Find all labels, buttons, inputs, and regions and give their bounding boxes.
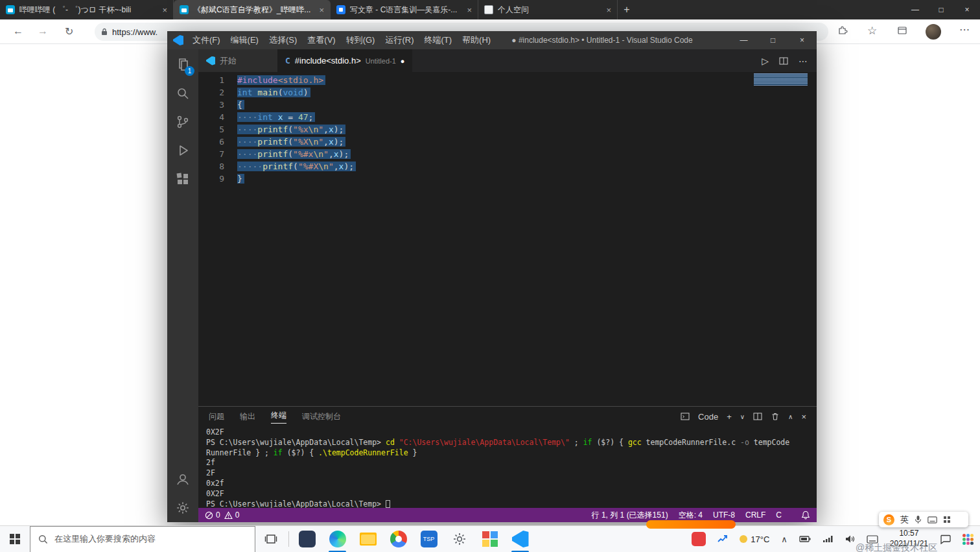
taskbar-vscode[interactable]	[505, 526, 535, 552]
widgets-grid-icon[interactable]	[962, 534, 974, 545]
panel-tab-output[interactable]: 输出	[240, 411, 255, 422]
menu-item[interactable]: 查看(V)	[302, 34, 340, 46]
ime-tools-icon[interactable]	[943, 516, 951, 523]
code-line[interactable]: 8·····printf("%#X\n",x);	[198, 160, 356, 172]
extensions-puzzle-icon[interactable]	[837, 25, 848, 35]
run-code-icon[interactable]: ▷	[762, 56, 769, 66]
minimap[interactable]	[754, 73, 808, 86]
warnings-indicator[interactable]: 0	[224, 510, 240, 520]
ime-language-mode[interactable]: 英	[900, 514, 909, 525]
performance-chart-icon[interactable]	[718, 534, 728, 544]
vscode-close-button[interactable]: ×	[788, 31, 817, 49]
weather-widget[interactable]: 17°C	[740, 534, 769, 544]
menu-item[interactable]: 选择(S)	[264, 34, 302, 46]
tab-close-icon[interactable]: ×	[162, 5, 167, 15]
terminal-dropdown-icon[interactable]: ∨	[740, 413, 745, 420]
menu-item[interactable]: 文件(F)	[187, 34, 226, 46]
settings-gear-icon[interactable]	[174, 499, 192, 517]
volume-icon[interactable]	[845, 534, 855, 544]
panel-tab-debug-console[interactable]: 调试控制台	[302, 411, 341, 422]
editor-more-icon[interactable]: ⋯	[799, 56, 808, 66]
tab-close-icon[interactable]: ×	[319, 5, 324, 15]
split-terminal-icon[interactable]	[753, 412, 762, 421]
taskbar-app-1[interactable]	[292, 526, 322, 552]
network-icon[interactable]	[822, 535, 833, 543]
hidden-icons-chevron[interactable]: ∧	[781, 534, 788, 544]
code-line[interactable]: 5····printf("%x\n",x);	[198, 123, 356, 135]
terminal-profile-name[interactable]: Code	[698, 412, 718, 422]
ime-toolbar[interactable]: S 英	[879, 512, 968, 527]
taskbar-settings[interactable]	[444, 526, 474, 552]
language-mode[interactable]: C	[776, 510, 782, 520]
browser-tab-video[interactable]: 《郝斌C语言自学教程》_哔哩哔... ×	[174, 0, 331, 19]
code-line[interactable]: 2int main(void)	[198, 86, 356, 98]
tray-app-icon[interactable]	[692, 532, 706, 546]
forward-icon[interactable]: →	[38, 25, 48, 37]
indentation-setting[interactable]: 空格: 4	[679, 510, 703, 521]
profile-avatar[interactable]	[926, 24, 941, 40]
new-tab-button[interactable]: +	[618, 0, 636, 19]
editor-area[interactable]: 1#include<stdio.h>2int main(void)3{4····…	[198, 72, 817, 406]
split-editor-icon[interactable]	[779, 56, 788, 66]
browser-maximize-button[interactable]: □	[928, 0, 954, 19]
browser-tab-write-article[interactable]: 写文章 - C语言集训—吴嘉乐-... ×	[331, 0, 478, 19]
action-center-icon[interactable]	[940, 534, 951, 544]
close-panel-icon[interactable]: ×	[801, 412, 806, 422]
browser-close-button[interactable]: ×	[954, 0, 980, 19]
notifications-bell-icon[interactable]	[801, 510, 810, 520]
code-line[interactable]: 4····int x = 47;	[198, 110, 356, 123]
new-terminal-icon[interactable]: +	[727, 412, 732, 422]
browser-more-icon[interactable]: ⋯	[959, 23, 970, 36]
eol-setting[interactable]: CRLF	[745, 510, 765, 520]
taskbar-file-explorer[interactable]	[353, 526, 383, 552]
battery-icon[interactable]	[799, 535, 811, 543]
refresh-icon[interactable]: ↻	[65, 25, 73, 38]
browser-minimize-button[interactable]: —	[902, 0, 928, 19]
explorer-icon[interactable]: 1	[174, 56, 192, 74]
browser-tab-bilibili-home[interactable]: 哔哩哔哩 ( ゜- ゜)つロ 干杯~-bili ×	[0, 0, 174, 19]
cursor-position[interactable]: 行 1, 列 1 (已选择151)	[592, 510, 668, 521]
taskbar-app-2[interactable]	[474, 526, 505, 552]
browser-tab-personal-space[interactable]: 个人空间 ×	[478, 0, 618, 19]
menu-item[interactable]: 转到(G)	[341, 34, 380, 46]
taskbar-search-box[interactable]: 在这里输入你要搜索的内容	[30, 526, 255, 552]
menu-item[interactable]: 运行(R)	[380, 34, 419, 46]
tab-close-icon[interactable]: ×	[467, 5, 472, 15]
code-line[interactable]: 9}	[198, 172, 356, 184]
collections-icon[interactable]	[897, 25, 907, 35]
run-debug-icon[interactable]	[174, 141, 192, 160]
kill-terminal-trash-icon[interactable]	[771, 412, 780, 421]
back-icon[interactable]: ←	[13, 25, 23, 37]
extensions-icon[interactable]	[174, 170, 192, 188]
menu-item[interactable]: 编辑(E)	[226, 34, 264, 46]
code-line[interactable]: 7····printf("%#x\n",x);	[198, 147, 356, 160]
tab-untitled-file[interactable]: C #include<stdio.h> Untitled-1 ●	[277, 49, 412, 72]
encoding-setting[interactable]: UTF-8	[713, 510, 735, 520]
terminal-output[interactable]: 0X2FPS C:\Users\wujiale\AppData\Local\Te…	[198, 426, 817, 509]
vscode-maximize-button[interactable]: □	[758, 31, 788, 49]
errors-indicator[interactable]: 0	[205, 510, 220, 520]
vscode-minimize-button[interactable]: —	[729, 31, 758, 49]
search-icon[interactable]	[174, 84, 192, 102]
taskbar-app-tsp[interactable]: TSP	[414, 526, 444, 552]
taskbar-browser-2[interactable]	[383, 526, 414, 552]
panel-tab-problems[interactable]: 问题	[209, 411, 224, 422]
start-button[interactable]	[0, 526, 30, 552]
favorites-star-icon[interactable]: ☆	[867, 24, 877, 38]
taskbar-edge[interactable]	[322, 526, 353, 552]
ime-keyboard-icon[interactable]	[928, 516, 937, 523]
maximize-panel-icon[interactable]: ∧	[788, 413, 793, 420]
account-icon[interactable]	[174, 470, 192, 488]
code-line[interactable]: 1#include<stdio.h>	[198, 73, 356, 86]
source-control-icon[interactable]	[174, 113, 192, 131]
vscode-titlebar[interactable]: 文件(F)编辑(E)选择(S)查看(V)转到(G)运行(R)终端(T)帮助(H)…	[167, 31, 817, 49]
code-line[interactable]: 6····printf("%X\n",x);	[198, 135, 356, 147]
menu-item[interactable]: 终端(T)	[419, 34, 457, 46]
panel-tab-terminal[interactable]: 终端	[271, 410, 286, 424]
tab-close-icon[interactable]: ×	[606, 5, 611, 15]
tab-welcome[interactable]: 开始	[198, 49, 277, 72]
task-view-button[interactable]	[255, 526, 286, 552]
microphone-icon[interactable]	[915, 515, 922, 524]
unsaved-dot-icon[interactable]: ●	[401, 57, 405, 65]
code-line[interactable]: 3{	[198, 98, 356, 110]
